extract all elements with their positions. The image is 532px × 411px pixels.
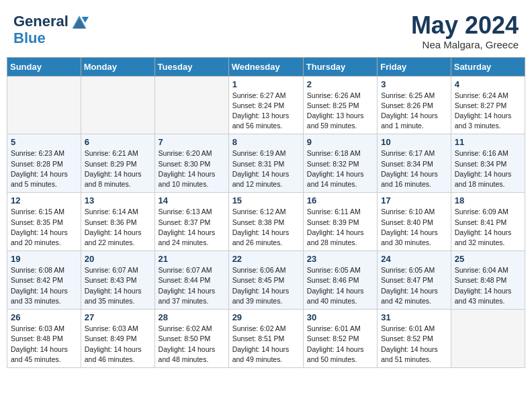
day-info: Sunrise: 6:07 AMSunset: 8:44 PMDaylight:… <box>159 265 225 306</box>
day-info: Sunrise: 6:25 AMSunset: 8:26 PMDaylight:… <box>381 91 447 132</box>
calendar-cell: 20Sunrise: 6:07 AMSunset: 8:43 PMDayligh… <box>81 251 154 310</box>
day-header-friday: Friday <box>378 57 451 76</box>
calendar-cell: 29Sunrise: 6:02 AMSunset: 8:51 PMDayligh… <box>228 310 303 368</box>
day-number: 8 <box>232 137 300 147</box>
day-number: 2 <box>307 79 373 89</box>
day-number: 18 <box>455 195 521 205</box>
day-number: 12 <box>11 195 77 205</box>
calendar-week-4: 19Sunrise: 6:08 AMSunset: 8:42 PMDayligh… <box>7 251 525 310</box>
day-info: Sunrise: 6:26 AMSunset: 8:25 PMDaylight:… <box>307 91 373 132</box>
calendar-cell: 9Sunrise: 6:18 AMSunset: 8:32 PMDaylight… <box>303 134 377 193</box>
day-number: 3 <box>381 79 447 89</box>
day-info: Sunrise: 6:04 AMSunset: 8:48 PMDaylight:… <box>455 265 521 306</box>
day-number: 29 <box>232 312 300 322</box>
day-info: Sunrise: 6:08 AMSunset: 8:42 PMDaylight:… <box>11 265 77 306</box>
month-title: May 2024 <box>411 12 519 39</box>
logo: General Blue <box>13 12 89 46</box>
calendar-cell: 24Sunrise: 6:05 AMSunset: 8:47 PMDayligh… <box>378 251 451 310</box>
calendar-cell: 17Sunrise: 6:10 AMSunset: 8:40 PMDayligh… <box>378 193 451 251</box>
day-number: 7 <box>159 137 225 147</box>
calendar-cell: 28Sunrise: 6:02 AMSunset: 8:50 PMDayligh… <box>154 310 228 368</box>
calendar-cell: 19Sunrise: 6:08 AMSunset: 8:42 PMDayligh… <box>7 251 81 310</box>
day-info: Sunrise: 6:11 AMSunset: 8:39 PMDaylight:… <box>307 207 373 248</box>
day-number: 19 <box>11 254 77 264</box>
day-info: Sunrise: 6:13 AMSunset: 8:37 PMDaylight:… <box>159 207 225 248</box>
day-info: Sunrise: 6:12 AMSunset: 8:38 PMDaylight:… <box>232 207 300 248</box>
day-header-thursday: Thursday <box>303 57 377 76</box>
calendar-cell: 30Sunrise: 6:01 AMSunset: 8:52 PMDayligh… <box>303 310 377 368</box>
day-info: Sunrise: 6:15 AMSunset: 8:35 PMDaylight:… <box>11 207 77 248</box>
calendar-cell: 27Sunrise: 6:03 AMSunset: 8:49 PMDayligh… <box>81 310 154 368</box>
day-info: Sunrise: 6:02 AMSunset: 8:51 PMDaylight:… <box>232 324 300 365</box>
calendar-cell: 18Sunrise: 6:09 AMSunset: 8:41 PMDayligh… <box>451 193 525 251</box>
day-info: Sunrise: 6:16 AMSunset: 8:34 PMDaylight:… <box>455 148 521 189</box>
calendar-cell: 31Sunrise: 6:01 AMSunset: 8:52 PMDayligh… <box>378 310 451 368</box>
day-header-wednesday: Wednesday <box>228 57 303 76</box>
day-number: 26 <box>11 312 77 322</box>
day-number: 24 <box>381 254 447 264</box>
logo-icon <box>70 12 89 31</box>
calendar-cell: 5Sunrise: 6:23 AMSunset: 8:28 PMDaylight… <box>7 134 81 193</box>
day-number: 20 <box>85 254 151 264</box>
day-header-sunday: Sunday <box>7 57 81 76</box>
day-info: Sunrise: 6:18 AMSunset: 8:32 PMDaylight:… <box>307 148 373 189</box>
calendar-week-3: 12Sunrise: 6:15 AMSunset: 8:35 PMDayligh… <box>7 193 525 251</box>
day-info: Sunrise: 6:09 AMSunset: 8:41 PMDaylight:… <box>455 207 521 248</box>
day-number: 4 <box>455 79 521 89</box>
calendar-cell <box>7 76 81 134</box>
calendar-cell: 26Sunrise: 6:03 AMSunset: 8:48 PMDayligh… <box>7 310 81 368</box>
calendar-cell: 25Sunrise: 6:04 AMSunset: 8:48 PMDayligh… <box>451 251 525 310</box>
calendar-cell: 13Sunrise: 6:14 AMSunset: 8:36 PMDayligh… <box>81 193 154 251</box>
calendar-cell: 12Sunrise: 6:15 AMSunset: 8:35 PMDayligh… <box>7 193 81 251</box>
calendar-cell: 3Sunrise: 6:25 AMSunset: 8:26 PMDaylight… <box>378 76 451 134</box>
day-number: 9 <box>307 137 373 147</box>
calendar-table: SundayMondayTuesdayWednesdayThursdayFrid… <box>7 57 525 368</box>
day-number: 6 <box>85 137 151 147</box>
day-number: 17 <box>381 195 447 205</box>
calendar-cell: 6Sunrise: 6:21 AMSunset: 8:29 PMDaylight… <box>81 134 154 193</box>
calendar-cell <box>451 310 525 368</box>
page-header: General Blue May 2024 Nea Malgara, Greec… <box>7 7 525 53</box>
day-header-monday: Monday <box>81 57 154 76</box>
day-number: 23 <box>307 254 373 264</box>
day-number: 16 <box>307 195 373 205</box>
day-number: 21 <box>159 254 225 264</box>
logo-blue-text: Blue <box>13 31 89 46</box>
day-info: Sunrise: 6:01 AMSunset: 8:52 PMDaylight:… <box>381 324 447 365</box>
day-info: Sunrise: 6:14 AMSunset: 8:36 PMDaylight:… <box>85 207 151 248</box>
calendar-cell <box>81 76 154 134</box>
day-number: 13 <box>85 195 151 205</box>
calendar-cell: 15Sunrise: 6:12 AMSunset: 8:38 PMDayligh… <box>228 193 303 251</box>
logo-text: General <box>13 14 69 29</box>
calendar-cell: 11Sunrise: 6:16 AMSunset: 8:34 PMDayligh… <box>451 134 525 193</box>
calendar-cell: 1Sunrise: 6:27 AMSunset: 8:24 PMDaylight… <box>228 76 303 134</box>
day-number: 22 <box>232 254 300 264</box>
calendar-cell <box>154 76 228 134</box>
day-info: Sunrise: 6:05 AMSunset: 8:46 PMDaylight:… <box>307 265 373 306</box>
day-info: Sunrise: 6:27 AMSunset: 8:24 PMDaylight:… <box>232 91 300 132</box>
day-info: Sunrise: 6:02 AMSunset: 8:50 PMDaylight:… <box>159 324 225 365</box>
day-number: 10 <box>381 137 447 147</box>
day-info: Sunrise: 6:03 AMSunset: 8:49 PMDaylight:… <box>85 324 151 365</box>
day-info: Sunrise: 6:10 AMSunset: 8:40 PMDaylight:… <box>381 207 447 248</box>
calendar-cell: 23Sunrise: 6:05 AMSunset: 8:46 PMDayligh… <box>303 251 377 310</box>
day-info: Sunrise: 6:17 AMSunset: 8:34 PMDaylight:… <box>381 148 447 189</box>
day-info: Sunrise: 6:24 AMSunset: 8:27 PMDaylight:… <box>455 91 521 132</box>
day-number: 28 <box>159 312 225 322</box>
calendar-cell: 2Sunrise: 6:26 AMSunset: 8:25 PMDaylight… <box>303 76 377 134</box>
calendar-cell: 21Sunrise: 6:07 AMSunset: 8:44 PMDayligh… <box>154 251 228 310</box>
day-info: Sunrise: 6:07 AMSunset: 8:43 PMDaylight:… <box>85 265 151 306</box>
day-number: 5 <box>11 137 77 147</box>
calendar-cell: 22Sunrise: 6:06 AMSunset: 8:45 PMDayligh… <box>228 251 303 310</box>
calendar-week-1: 1Sunrise: 6:27 AMSunset: 8:24 PMDaylight… <box>7 76 525 134</box>
day-header-tuesday: Tuesday <box>154 57 228 76</box>
day-number: 1 <box>232 79 300 89</box>
day-number: 14 <box>159 195 225 205</box>
day-number: 11 <box>455 137 521 147</box>
calendar-cell: 8Sunrise: 6:19 AMSunset: 8:31 PMDaylight… <box>228 134 303 193</box>
calendar-cell: 10Sunrise: 6:17 AMSunset: 8:34 PMDayligh… <box>378 134 451 193</box>
day-number: 15 <box>232 195 300 205</box>
day-info: Sunrise: 6:06 AMSunset: 8:45 PMDaylight:… <box>232 265 300 306</box>
calendar-cell: 7Sunrise: 6:20 AMSunset: 8:30 PMDaylight… <box>154 134 228 193</box>
day-info: Sunrise: 6:01 AMSunset: 8:52 PMDaylight:… <box>307 324 373 365</box>
